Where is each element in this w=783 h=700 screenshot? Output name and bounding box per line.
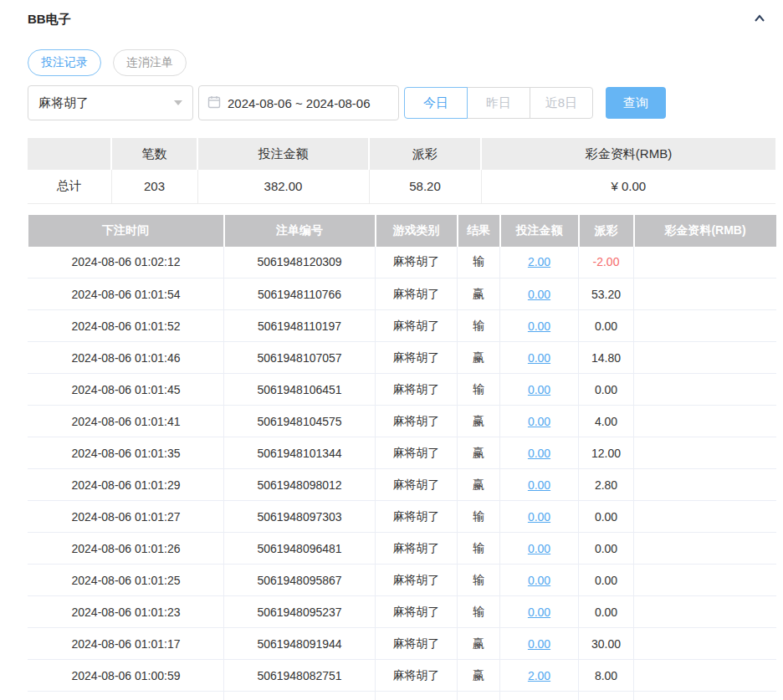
- game-type-cell: 麻将胡了: [376, 247, 458, 278]
- order-number-cell: 5061948091944: [224, 628, 376, 660]
- order-number-cell: 5061948082751: [224, 660, 376, 692]
- panel-title: BB电子: [28, 12, 71, 28]
- bet-time-cell: 2024-08-06 01:01:52: [28, 310, 224, 342]
- order-number-cell: 5061948106451: [224, 374, 376, 406]
- bet-amount-link[interactable]: 0.00: [528, 605, 550, 619]
- order-number-cell: 5061948104575: [224, 406, 376, 437]
- summary-total-row: 总计 203 382.00 58.20 ¥ 0.00: [28, 170, 775, 203]
- bonus-cell: [634, 596, 776, 628]
- bet-amount-cell: 0.00: [500, 278, 579, 310]
- result-cell: 输: [458, 247, 500, 278]
- bet-amount-link[interactable]: 0.00: [528, 288, 550, 301]
- yesterday-button[interactable]: 昨日: [467, 87, 530, 119]
- payout-cell: 30.00: [579, 628, 634, 660]
- bet-amount-cell: 0.00: [500, 437, 579, 469]
- bonus-cell: [634, 660, 776, 692]
- game-type-cell: 麻将胡了: [376, 406, 458, 437]
- payout-cell: 13.40: [579, 692, 634, 700]
- records-body: 2024-08-06 01:02:125061948120309麻将胡了输2.0…: [28, 247, 776, 700]
- result-cell: 输: [458, 596, 500, 628]
- game-type-cell: 麻将胡了: [376, 628, 458, 660]
- tab-bet-records[interactable]: 投注记录: [28, 49, 101, 76]
- table-row: 2024-08-06 01:01:415061948104575麻将胡了赢0.0…: [28, 406, 776, 437]
- bet-amount-link[interactable]: 0.00: [528, 383, 550, 396]
- summary-header-payout: 派彩: [369, 138, 481, 170]
- record-type-tabs: 投注记录 连消注单: [28, 49, 775, 76]
- bet-time-cell: 2024-08-06 00:41:45: [28, 692, 224, 700]
- game-select[interactable]: 麻将胡了: [28, 85, 193, 120]
- bet-time-cell: 2024-08-06 01:01:29: [28, 469, 224, 501]
- calendar-icon: [207, 95, 221, 111]
- summary-table: 笔数 投注金额 派彩 彩金资料(RMB) 总计 203 382.00 58.20…: [28, 138, 775, 204]
- payout-cell: 0.00: [579, 374, 634, 406]
- last8days-button[interactable]: 近8日: [530, 87, 593, 119]
- game-type-cell: 麻将胡了: [376, 596, 458, 628]
- table-row: 2024-08-06 01:00:595061948082751麻将胡了赢2.0…: [28, 660, 776, 692]
- bet-amount-link[interactable]: 0.00: [528, 415, 550, 428]
- table-row: 2024-08-06 01:01:455061948106451麻将胡了输0.0…: [28, 374, 776, 406]
- bonus-cell: [634, 692, 776, 700]
- payout-cell: 8.00: [579, 660, 634, 692]
- bet-amount-link[interactable]: 0.00: [528, 574, 550, 587]
- bonus-cell: [634, 501, 776, 533]
- bet-amount-cell: 0.00: [500, 533, 579, 565]
- summary-header-bonus: 彩金资料(RMB): [481, 138, 775, 170]
- bet-amount-link[interactable]: 0.00: [528, 447, 550, 460]
- date-range-picker[interactable]: 2024-08-06 ~ 2024-08-06: [198, 85, 399, 120]
- records-header-row: 下注时间 注单编号 游戏类别 结果 投注金额 派彩 彩金资料(RMB): [28, 215, 776, 247]
- payout-cell: 0.00: [579, 565, 634, 596]
- bonus-cell: [634, 406, 776, 437]
- bet-amount-link[interactable]: 0.00: [528, 319, 550, 333]
- order-number-cell: 5061948096481: [224, 533, 376, 565]
- game-select-value: 麻将胡了: [38, 95, 174, 111]
- caret-down-icon: [174, 100, 182, 105]
- bet-amount-cell: 0.00: [500, 565, 579, 596]
- order-number-cell: 5061948110766: [224, 278, 376, 310]
- payout-cell: 4.00: [579, 406, 634, 437]
- chevron-up-icon: [752, 11, 767, 28]
- payout-cell: 53.20: [579, 278, 634, 310]
- bet-amount-cell: 2.00: [500, 247, 579, 278]
- game-type-cell: 麻将胡了: [376, 469, 458, 501]
- result-cell: 输: [458, 533, 500, 565]
- game-type-cell: 麻将胡了: [376, 374, 458, 406]
- game-type-cell: 麻将胡了: [376, 565, 458, 596]
- today-button[interactable]: 今日: [404, 87, 468, 119]
- bet-amount-link[interactable]: 0.00: [528, 510, 550, 524]
- bet-amount-link[interactable]: 0.00: [528, 478, 550, 492]
- table-row: 2024-08-06 01:01:275061948097303麻将胡了输0.0…: [28, 501, 776, 533]
- bet-amount-link[interactable]: 0.00: [528, 637, 550, 651]
- header-bonus: 彩金资料(RMB): [634, 215, 776, 247]
- game-type-cell: 麻将胡了: [376, 437, 458, 469]
- bet-time-cell: 2024-08-06 01:00:59: [28, 660, 224, 692]
- header-bet-amount: 投注金额: [500, 215, 579, 247]
- bet-amount-link[interactable]: 2.00: [528, 669, 550, 682]
- summary-total-bet-amount: 382.00: [197, 170, 369, 203]
- table-row: 2024-08-06 01:01:355061948101344麻将胡了赢0.0…: [28, 437, 776, 469]
- bet-amount-cell: 0.00: [500, 596, 579, 628]
- bet-time-cell: 2024-08-06 01:01:25: [28, 565, 224, 596]
- order-number-cell: 5061948107057: [224, 342, 376, 374]
- panel-header: BB电子: [28, 10, 775, 28]
- bet-amount-link[interactable]: 2.00: [528, 255, 550, 268]
- collapse-button[interactable]: [750, 10, 769, 28]
- date-range-value: 2024-08-06 ~ 2024-08-06: [228, 96, 371, 110]
- order-number-cell: 5061948095867: [224, 565, 376, 596]
- bet-amount-cell: 0.00: [500, 342, 579, 374]
- result-cell: 赢: [458, 437, 500, 469]
- payout-cell: 12.00: [579, 437, 634, 469]
- bet-amount-link[interactable]: 0.00: [528, 351, 550, 365]
- bet-amount-link[interactable]: 0.00: [528, 542, 550, 555]
- bet-time-cell: 2024-08-06 01:01:35: [28, 437, 224, 469]
- order-number-cell: 5061948095237: [224, 596, 376, 628]
- order-number-cell: 5061947598134: [224, 692, 376, 700]
- quick-date-buttons: 今日 昨日 近8日: [404, 87, 593, 119]
- header-result: 结果: [458, 215, 500, 247]
- summary-header-bet-amount: 投注金额: [197, 138, 369, 170]
- bonus-cell: [634, 469, 776, 501]
- search-button[interactable]: 查询: [606, 87, 666, 119]
- order-number-cell: 5061948097303: [224, 501, 376, 533]
- bonus-cell: [634, 278, 776, 310]
- tab-cancelled-orders[interactable]: 连消注单: [113, 49, 187, 76]
- game-type-cell: 麻将胡了: [376, 278, 458, 310]
